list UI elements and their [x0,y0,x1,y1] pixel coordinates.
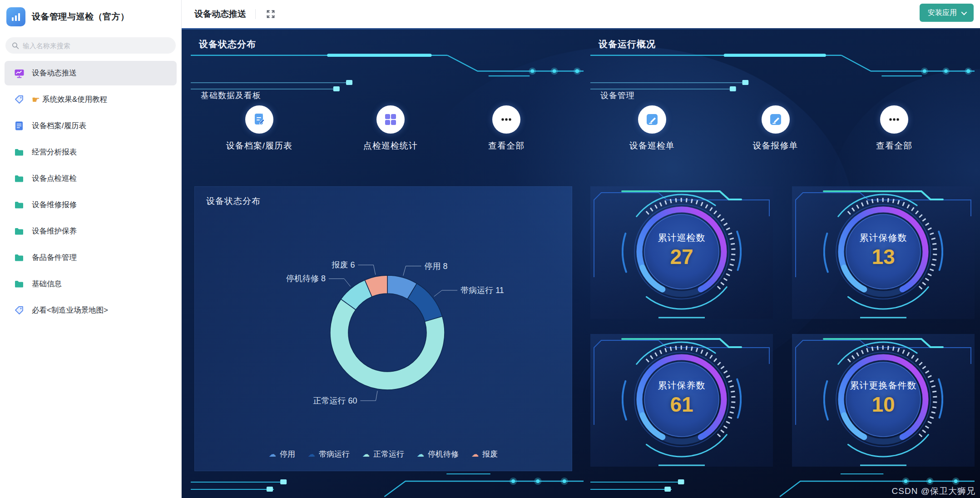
legend-label: 正常运行 [373,449,404,459]
sidebar-item-label: 设备维修报修 [32,200,77,210]
donut-label-line [329,279,351,286]
app-header: 设备管理与巡检（官方） [0,0,181,33]
legend-marker-icon: ☁ [417,451,424,458]
tag-icon [14,305,25,316]
tech-line-decoration [191,471,584,498]
stat-value: 27 [622,244,742,269]
sidebar-item-scene-map[interactable]: 必看<制造业场景地图> [5,298,177,323]
donut-label: 带病运行 11 [460,286,504,295]
gauge: 累计保修数 13 [823,192,943,312]
gauge: 累计更换备件数 10 [823,339,943,459]
form-edit-icon [762,105,790,134]
panel-title: 设备状态分布 [199,38,256,50]
tech-line-decoration [590,80,975,92]
sidebar-item-basic-info[interactable]: 基础信息 [5,272,177,296]
shortcut-label: 设备巡检单 [629,140,675,152]
folder-icon [14,252,25,263]
ellipsis-icon [492,105,520,134]
stat-card-warranty: 累计保修数 13 [792,186,975,319]
stat-value: 61 [622,392,742,417]
sidebar-item-label: 设备动态推送 [32,68,77,78]
shortcut-inspection-stats[interactable]: 点检巡检统计 [363,105,418,152]
sidebar-item-label: 必看<制造业场景地图> [32,305,108,315]
sidebar-item-tutorial[interactable]: ☛系统效果&使用教程 [5,87,177,112]
folder-icon [14,226,25,237]
panel-title: 设备运行概况 [599,38,656,50]
tech-line-decoration [590,52,975,77]
search-box[interactable] [5,37,176,54]
sidebar-menu: 设备动态推送 ☛系统效果&使用教程 设备档案/履历表 [0,61,181,323]
legend-marker-icon: ☁ [471,451,479,458]
status-chart-card: 设备状态分布 停用 8带病运行 11正常运行 60停机待修 8报废 6 ☁停用☁… [194,186,572,471]
donut-label: 正常运行 60 [313,396,357,405]
status-donut-chart: 停用 8带病运行 11正常运行 60停机待修 8报废 6 [194,186,572,471]
app-logo [6,7,25,26]
folder-icon [14,173,25,184]
monitor-chart-icon [14,68,25,79]
donut-label-line [403,266,421,276]
shortcut-view-all[interactable]: 查看全部 [876,105,912,152]
document-icon [14,120,25,131]
sidebar-item-device-push[interactable]: 设备动态推送 [5,61,177,85]
section-label: 设备管理 [600,90,635,101]
panel-device-status: 设备状态分布 基础数据及看板 [191,36,584,471]
legend-item[interactable]: ☁带病运行 [308,449,350,459]
shortcut-label: 点检巡检统计 [363,140,418,152]
folder-icon [14,199,25,210]
stat-card-maintenance: 累计保养数 61 [590,334,773,467]
shortcut-label: 设备档案/履历表 [226,140,292,152]
divider [255,9,256,19]
stat-value: 10 [823,392,943,417]
dashboard: 设备状态分布 基础数据及看板 [182,28,980,498]
sidebar-item-label: 设备档案/履历表 [32,121,86,131]
shortcut-label: 设备报修单 [753,140,798,152]
donut-label-line [360,391,377,401]
legend-marker-icon: ☁ [308,451,315,458]
sidebar-item-spare-parts[interactable]: 备品备件管理 [5,245,177,270]
legend-label: 停用 [280,449,295,459]
legend-item[interactable]: ☁停机待修 [417,449,459,459]
sidebar-item-label: 基础信息 [32,279,62,289]
shortcut-label: 查看全部 [876,140,912,152]
folder-icon [14,279,25,289]
stat-card-parts-replaced: 累计更换备件数 10 [792,334,975,467]
chevron-down-icon [961,9,967,15]
fullscreen-icon[interactable] [265,8,277,20]
stat-label: 累计保养数 [622,379,742,392]
tag-icon [14,94,25,105]
tech-line-decoration [191,52,584,77]
donut-label: 报废 6 [331,260,355,269]
shortcut-label: 查看全部 [488,140,525,152]
install-app-button[interactable]: 安装应用 [920,4,974,22]
sidebar-item-repair[interactable]: 设备维修报修 [5,193,177,217]
shortcut-device-archive[interactable]: 设备档案/履历表 [226,105,292,152]
stat-label: 累计巡检数 [622,232,742,244]
shortcut-view-all[interactable]: 查看全部 [488,105,525,152]
shortcut-row: 设备巡检单 设备报修单 查看全部 [590,105,951,152]
legend-item[interactable]: ☁正常运行 [362,449,404,459]
legend-item[interactable]: ☁停用 [269,449,295,459]
search-icon [12,42,19,50]
sidebar-item-label: 备品备件管理 [32,253,77,263]
gauge: 累计保养数 61 [622,339,742,459]
stat-label: 累计更换备件数 [823,379,943,392]
sidebar-item-analysis-report[interactable]: 经营分析报表 [5,140,177,164]
legend-marker-icon: ☁ [362,451,370,458]
shortcut-inspection-form[interactable]: 设备巡检单 [629,105,675,152]
legend-item[interactable]: ☁报废 [471,449,498,459]
sidebar-item-device-archive[interactable]: 设备档案/履历表 [5,114,177,138]
legend-label: 报废 [482,449,498,459]
app-title: 设备管理与巡检（官方） [32,11,129,23]
panel-operation-overview: 设备运行概况 设备管理 [590,36,975,471]
shortcut-repair-form[interactable]: 设备报修单 [753,105,798,152]
grid-icon [376,105,405,134]
search-input[interactable] [23,42,169,50]
sidebar-item-maintenance[interactable]: 设备维护保养 [5,219,177,244]
section-label: 基础数据及看板 [201,90,261,101]
sidebar-item-label: 设备点检巡检 [32,174,77,184]
watermark: CSDN @保卫大狮兄 [892,485,975,497]
sidebar-item-spot-inspection[interactable]: 设备点检巡检 [5,166,177,191]
donut-label-line [358,265,375,275]
ellipsis-icon [880,105,908,134]
page-title: 设备动态推送 [194,8,246,20]
